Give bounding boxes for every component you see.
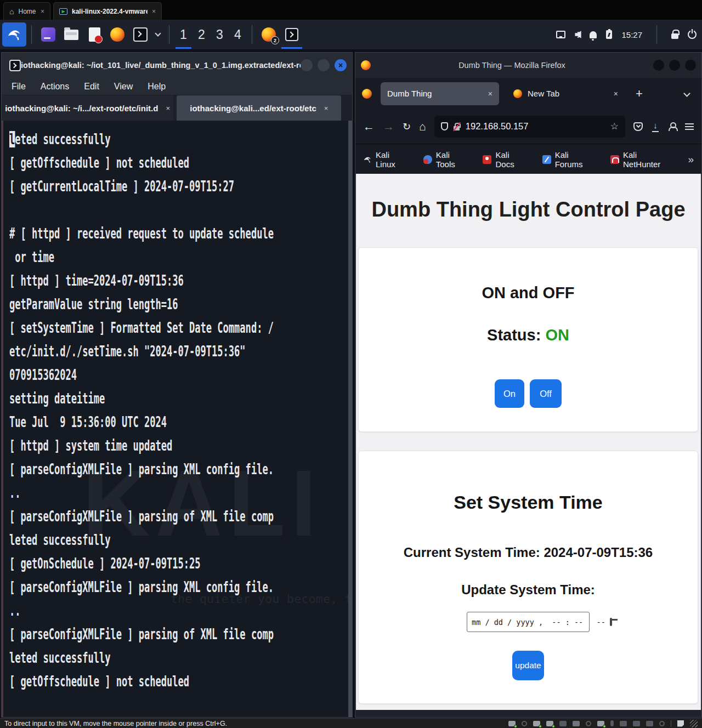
vmware-tab-kali-vm[interactable]: ▶ kali-linux-2022.4-vmware... × <box>53 2 162 20</box>
vmware-disk-icon[interactable] <box>508 721 516 726</box>
vmware-sound-icon[interactable] <box>546 721 553 726</box>
power-icon[interactable] <box>688 30 697 39</box>
vmware-usb-icon[interactable] <box>597 721 604 726</box>
url-text[interactable]: 192.168.50.157 <box>466 121 529 132</box>
vmware-message-icon[interactable] <box>677 720 684 727</box>
vmware-usb-icon[interactable] <box>559 721 567 726</box>
terminal-line: setting dateitime <box>9 387 352 411</box>
url-bar[interactable]: 192.168.50.157 ☆ <box>434 116 625 138</box>
panel-terminal-launcher[interactable] <box>129 22 152 47</box>
reload-button[interactable]: ↻ <box>403 121 411 133</box>
back-button[interactable]: ← <box>363 120 375 133</box>
terminal-output[interactable]: KALI | the quieter you become, t leted s… <box>2 121 352 717</box>
forward-button[interactable]: → <box>383 120 394 133</box>
vmware-mic-icon[interactable] <box>610 720 614 726</box>
set-system-time-heading: Set System Time <box>359 451 698 513</box>
battery-icon[interactable] <box>606 30 612 39</box>
lock-screen-icon[interactable] <box>671 33 678 39</box>
vmware-device-icon[interactable] <box>586 721 591 726</box>
panel-app-launcher[interactable] <box>37 22 60 47</box>
vmware-tab-home[interactable]: ⌂ Home × <box>3 2 50 20</box>
vmware-cd-icon[interactable] <box>522 721 527 726</box>
calendar-icon[interactable] <box>610 618 612 626</box>
resize-grip[interactable] <box>690 720 698 727</box>
panel-launcher-dropdown[interactable] <box>152 22 164 47</box>
vmware-device-icon[interactable] <box>659 721 665 726</box>
close-icon[interactable]: × <box>614 89 618 98</box>
menu-edit[interactable]: Edit <box>84 82 99 92</box>
menu-help[interactable]: Help <box>148 82 166 92</box>
home-button[interactable]: ⌂ <box>419 120 426 133</box>
panel-firefox-launcher[interactable] <box>106 22 129 47</box>
vmware-sound2-icon[interactable] <box>646 721 653 726</box>
menu-file[interactable]: File <box>12 82 26 92</box>
close-icon[interactable]: × <box>166 104 170 112</box>
volume-icon[interactable] <box>575 31 585 39</box>
terminal-tab-2[interactable]: iothacking@kali...ed/ext-root/etc × <box>177 95 341 121</box>
account-icon[interactable] <box>668 122 677 131</box>
on-button[interactable]: On <box>495 379 524 408</box>
maximize-button[interactable] <box>318 59 330 71</box>
vmware-tabbar: ⌂ Home × ▶ kali-linux-2022.4-vmware... × <box>0 0 702 20</box>
bookmark-kali-forums[interactable]: Kali Forums <box>542 150 597 169</box>
off-button[interactable]: Off <box>530 379 562 408</box>
list-all-tabs-button[interactable] <box>684 91 689 96</box>
bookmark-star-icon[interactable]: ☆ <box>610 121 619 132</box>
firefox-icon <box>513 89 522 98</box>
bookmarks-overflow-chevron[interactable]: » <box>688 153 694 166</box>
bookmark-kali-docs[interactable]: Kali Docs <box>483 150 529 169</box>
vmware-usb-icon[interactable] <box>573 721 580 726</box>
menu-view[interactable]: View <box>114 82 133 92</box>
pocket-icon[interactable] <box>633 122 643 131</box>
workspace-3[interactable]: 3 <box>211 22 229 47</box>
terminal-tab-1[interactable]: iothacking@kali: ~/i.../ext-root/etc/ini… <box>2 95 173 121</box>
kali-menu-button[interactable] <box>2 22 26 47</box>
vmware-network-icon[interactable] <box>533 721 540 726</box>
bookmark-kali-tools[interactable]: Kali Tools <box>423 150 470 169</box>
firefox-tabbar: Dumb Thing × New Tab × + <box>355 78 701 109</box>
close-button[interactable]: × <box>335 59 347 71</box>
vmware-device-icons <box>508 720 698 727</box>
workspace-1[interactable]: 1 <box>174 22 193 47</box>
terminal-scrollbar[interactable] <box>348 121 352 717</box>
minimize-button[interactable] <box>653 60 664 71</box>
menu-actions[interactable]: Actions <box>41 82 69 92</box>
close-icon[interactable]: × <box>324 104 329 112</box>
maximize-button[interactable] <box>669 60 680 71</box>
terminal-titlebar[interactable]: iothacking@kali: ~/iot_101_live/_dumb_th… <box>2 53 352 78</box>
close-button[interactable] <box>685 60 696 71</box>
new-tab-button[interactable]: + <box>636 87 643 101</box>
terminal-line <box>9 198 352 222</box>
vmware-usb-icon[interactable] <box>620 721 627 726</box>
minimize-button[interactable] <box>301 59 313 71</box>
browser-tab-dumb-thing[interactable]: Dumb Thing × <box>381 82 499 105</box>
downloads-icon[interactable]: ↓ <box>651 121 660 132</box>
panel-text-editor[interactable] <box>83 22 106 47</box>
clock[interactable]: 15:27 <box>621 30 642 39</box>
taskbar-terminal-window[interactable] <box>280 22 303 47</box>
notifications-bell-icon[interactable] <box>590 31 597 38</box>
onoff-heading: ON and OFF <box>359 248 698 302</box>
bookmark-kali-linux[interactable]: Kali Linux <box>363 150 410 169</box>
bookmark-label: Kali Docs <box>495 150 529 169</box>
close-icon[interactable]: × <box>41 8 44 15</box>
workspace-2[interactable]: 2 <box>193 22 211 47</box>
taskbar-firefox-window[interactable]: 2 <box>257 22 280 47</box>
terminal-icon <box>9 60 21 71</box>
menu-icon[interactable] <box>685 123 694 130</box>
browser-tab-new-tab[interactable]: New Tab × <box>507 82 625 105</box>
firefox-titlebar[interactable]: Dumb Thing — Mozilla Firefox <box>355 53 701 78</box>
vmware-link-icon[interactable] <box>633 721 640 726</box>
close-icon[interactable]: × <box>488 89 492 98</box>
close-icon[interactable]: × <box>152 8 156 15</box>
tracking-protection-shield-icon[interactable] <box>441 122 448 130</box>
workspace-4[interactable]: 4 <box>229 22 247 47</box>
update-button[interactable]: update <box>512 651 544 680</box>
network-icon[interactable] <box>556 31 565 38</box>
insecure-connection-icon[interactable] <box>453 122 461 131</box>
bookmark-kali-nethunter[interactable]: Kali NetHunter <box>610 150 675 169</box>
datetime-input[interactable]: mm / dd / yyyy , -- : -- -- <box>467 612 590 632</box>
panel-file-manager[interactable] <box>60 22 83 47</box>
vmware-statusbar: To direct input to this VM, move the mou… <box>0 718 702 728</box>
terminal-line: getParamValue string length=16 <box>9 293 352 316</box>
